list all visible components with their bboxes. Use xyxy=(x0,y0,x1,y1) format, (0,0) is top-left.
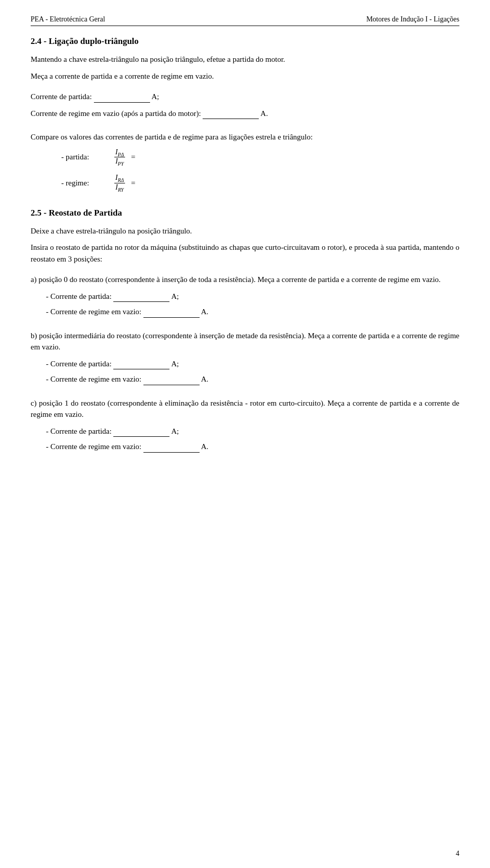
item-a-corrente-regime: - Corrente de regime em vazio: A. xyxy=(46,306,459,318)
item-b-label: b) xyxy=(31,332,37,340)
item-a-corrente-regime-label: - Corrente de regime em vazio: xyxy=(46,308,141,316)
formula-partida: - partida: IPΔ IPY = xyxy=(61,148,459,167)
item-a-text: posição 0 do reostato (correspondente à … xyxy=(38,275,440,284)
corrente-partida-label: Corrente de partida: xyxy=(31,92,92,101)
item-a-corrente-partida-label: - Corrente de partida: xyxy=(46,292,112,300)
corrente-partida-line: Corrente de partida: A; xyxy=(31,91,459,103)
item-b-corrente-regime-blank xyxy=(143,378,200,385)
regime-fraction: IRΔ IRY xyxy=(112,174,127,193)
formula-regime: - regime: IRΔ IRY = xyxy=(61,174,459,193)
item-b-corrente-partida-unit: A; xyxy=(171,360,179,368)
header-right: Motores de Indução I - Ligações xyxy=(366,15,459,24)
corrente-partida-unit: A; xyxy=(152,92,159,101)
header-left: PEA - Eletrotécnica Geral xyxy=(31,15,105,24)
regime-eq: = xyxy=(131,179,135,187)
partida-label: - partida: xyxy=(61,153,112,161)
corrente-regime-line: Corrente de regime em vazio (após a part… xyxy=(31,108,459,120)
item-c-corrente-regime-blank xyxy=(143,445,200,453)
item-c-corrente-partida: - Corrente de partida: A; xyxy=(46,426,459,437)
item-c-corrente-partida-label: - Corrente de partida: xyxy=(46,427,112,435)
fraction-regime-den: IRY xyxy=(114,183,125,193)
item-a-corrente-partida: - Corrente de partida: A; xyxy=(46,291,459,302)
partida-fraction: IPΔ IPY xyxy=(112,148,127,167)
para-2-5-1: Deixe a chave estrela-triângulo na posiç… xyxy=(31,225,459,237)
item-c-corrente-regime-label: - Corrente de regime em vazio: xyxy=(46,442,141,451)
para-2-5-2: Insira o reostato de partida no rotor da… xyxy=(31,242,459,265)
item-c-corrente-regime: - Corrente de regime em vazio: A. xyxy=(46,441,459,453)
item-b-corrente-regime-label: - Corrente de regime em vazio: xyxy=(46,375,141,383)
item-b-corrente-partida-label: - Corrente de partida: xyxy=(46,360,112,368)
item-a-label: a) xyxy=(31,275,37,284)
corrente-partida-blank xyxy=(94,95,150,103)
fraction-partida: IPΔ IPY xyxy=(114,148,125,167)
regime-label: - regime: xyxy=(61,179,112,187)
item-a-corrente-regime-blank xyxy=(143,310,200,318)
page-number: 4 xyxy=(456,850,459,858)
item-c-label: c) xyxy=(31,399,37,407)
item-b-corrente-regime-unit: A. xyxy=(201,375,209,383)
item-a: a) posição 0 do reostato (correspondente… xyxy=(31,274,459,286)
item-b: b) posição intermediária do reostato (co… xyxy=(31,330,459,353)
item-c: c) posição 1 do reostato (correspondente… xyxy=(31,397,459,420)
fraction-regime-num: IRΔ xyxy=(114,174,125,183)
item-a-corrente-partida-blank xyxy=(113,294,169,302)
section-2-5: 2.5 - Reostato de Partida Deixe a chave … xyxy=(31,208,459,453)
item-c-corrente-partida-blank xyxy=(113,429,169,437)
para-2-4-1: Mantendo a chave estrela-triângulo na po… xyxy=(31,54,459,65)
item-b-corrente-partida-blank xyxy=(113,362,169,369)
item-a-corrente-partida-unit: A; xyxy=(171,292,179,300)
item-b-corrente-regime: - Corrente de regime em vazio: A. xyxy=(46,373,459,385)
page-header: PEA - Eletrotécnica Geral Motores de Ind… xyxy=(31,15,459,26)
item-c-text: posição 1 do reostato (correspondente à … xyxy=(31,399,459,419)
corrente-regime-blank xyxy=(203,111,259,119)
section-2-5-title: 2.5 - Reostato de Partida xyxy=(31,208,459,218)
fraction-regime: IRΔ IRY xyxy=(114,174,125,193)
corrente-regime-unit: A. xyxy=(260,109,268,118)
para-2-4-2: Meça a corrente de partida e a corrente … xyxy=(31,71,459,82)
item-c-corrente-regime-unit: A. xyxy=(201,442,209,451)
item-c-corrente-partida-unit: A; xyxy=(171,427,179,435)
item-a-corrente-regime-unit: A. xyxy=(201,308,209,316)
item-b-corrente-partida: - Corrente de partida: A; xyxy=(46,358,459,370)
section-2-4: 2.4 - Ligação duplo-triângulo Mantendo a… xyxy=(31,36,459,193)
compare-text: Compare os valores das correntes de part… xyxy=(31,131,459,143)
page: PEA - Eletrotécnica Geral Motores de Ind… xyxy=(0,0,490,868)
fraction-partida-num: IPΔ xyxy=(114,148,125,158)
section-2-4-title: 2.4 - Ligação duplo-triângulo xyxy=(31,36,459,46)
corrente-regime-label: Corrente de regime em vazio (após a part… xyxy=(31,109,201,118)
item-b-text: posição intermediária do reostato (corre… xyxy=(31,332,459,351)
fraction-partida-den: IPY xyxy=(114,157,125,167)
partida-eq: = xyxy=(131,153,135,161)
